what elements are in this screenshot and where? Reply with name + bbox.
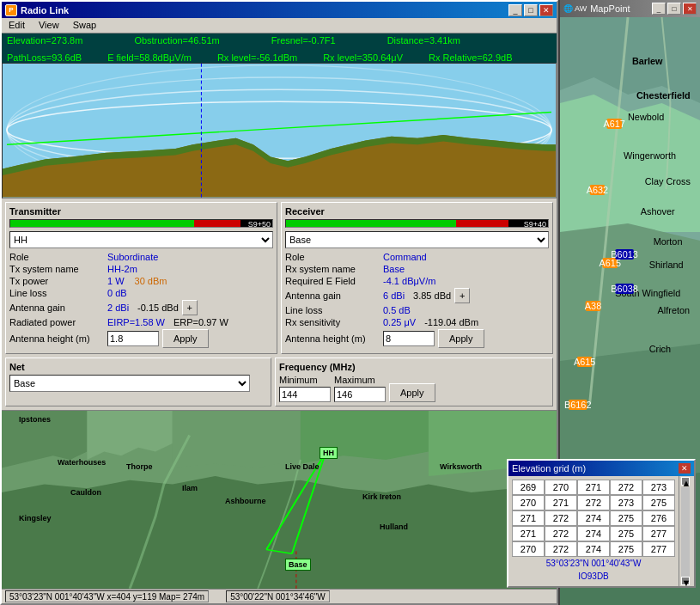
info-obstruction: Obstruction=46.51m [134, 35, 219, 46]
svg-text:B6038: B6038 [611, 284, 637, 294]
rx-reqefield-row: Required E Field -4.1 dBμV/m [285, 276, 549, 286]
elev-cell-0-2: 271 [577, 480, 610, 495]
net-title: Net [9, 362, 267, 372]
rx-reqefield-value: -4.1 dBμV/m [383, 276, 435, 286]
tx-radiated-row: Radiated power EIRP=1.58 W ERP=0.97 W [9, 317, 273, 327]
scrollbar-down-button[interactable]: ▼ [681, 577, 690, 585]
freq-max-field: Maximum [334, 375, 386, 402]
rx-role-value: Command [383, 252, 427, 262]
elev-cell-1-4: 275 [642, 495, 675, 510]
elevation-footer-coord[interactable]: 53°03'23"N 001°40'43"W [512, 557, 675, 570]
right-title-label: MapPoint [590, 3, 630, 14]
freq-max-label: Maximum [334, 375, 386, 385]
svg-text:A617: A617 [604, 119, 625, 129]
elev-cell-4-3: 275 [610, 541, 642, 557]
tx-antgain-plus-button[interactable]: + [182, 300, 198, 315]
elevation-footer-grid: IO93DB [512, 570, 675, 583]
main-map[interactable]: HH Base Ipstones Waterhouses Cauldon Kin… [2, 410, 557, 589]
map-label-cauldon: Cauldon [70, 488, 101, 497]
map-label-kingsley: Kingsley [19, 514, 52, 522]
elev-cell-2-3: 275 [610, 510, 642, 526]
svg-text:B6013: B6013 [611, 249, 637, 260]
tx-antheight-label: Antenna height (m) [9, 333, 104, 344]
right-maximize-button[interactable]: □ [667, 3, 681, 15]
elev-cell-3-0: 271 [512, 526, 545, 541]
title-bar: P Radio Link _ □ ✕ [2, 2, 557, 18]
elev-row-3: 271 272 274 275 277 [512, 526, 675, 541]
info-rxlevel1: Rx level=-56.1dBm [217, 52, 297, 63]
right-minimize-button[interactable]: _ [652, 3, 666, 15]
tx-apply-button[interactable]: Apply [162, 329, 209, 348]
rx-mode-select[interactable]: Base [285, 231, 549, 248]
svg-text:A632: A632 [587, 185, 608, 195]
tx-system-label: Tx system name [9, 264, 104, 274]
rx-role-row: Role Command [285, 252, 549, 262]
tx-power-value: 1 W [107, 276, 125, 286]
elevation-close-button[interactable]: ✕ [679, 463, 691, 474]
rx-antgain-value: 6 dBi [383, 290, 405, 301]
minimize-button[interactable]: _ [508, 4, 522, 16]
rx-antgain-plus-button[interactable]: + [454, 288, 470, 303]
map-label-wirksworth: Wirksworth [440, 462, 482, 471]
rx-antheight-row: Antenna height (m) Apply [285, 329, 549, 348]
tx-antgain-value: 2 dBi [107, 302, 129, 313]
scrollbar-up-button[interactable]: ▲ [681, 477, 690, 486]
svg-text:A38: A38 [585, 301, 601, 311]
tx-antgain-label: Antenna gain [9, 302, 104, 313]
maximize-button[interactable]: □ [524, 4, 538, 16]
elev-cell-2-0: 271 [512, 510, 545, 526]
status-bar: 53°03'23"N 001°40'43"W x=404 y=119 Map= … [2, 589, 557, 603]
elev-cell-4-2: 274 [577, 541, 610, 557]
elev-cell-0-1: 270 [545, 480, 577, 495]
elevation-scrollbar[interactable]: ▲ ▼ [679, 476, 691, 586]
freq-min-input[interactable] [279, 387, 331, 402]
elev-cell-1-1: 271 [545, 495, 577, 510]
elev-cell-1-0: 270 [512, 495, 545, 510]
menu-edit[interactable]: Edit [5, 19, 28, 31]
elev-cell-3-1: 272 [545, 526, 577, 541]
tx-eirp-value: EIRP=1.58 W [107, 317, 165, 327]
freq-max-input[interactable] [334, 387, 386, 402]
elev-row-2: 271 272 274 275 276 [512, 510, 675, 526]
tx-antgain-dbd: -0.15 dBd [137, 302, 179, 313]
elev-cell-4-0: 270 [512, 541, 545, 557]
tx-antheight-input[interactable] [107, 331, 159, 346]
tx-radiated-label: Radiated power [9, 317, 104, 327]
title-controls: _ □ ✕ [508, 4, 553, 16]
close-button[interactable]: ✕ [539, 4, 553, 16]
svg-text:Alfreton: Alfreton [658, 305, 690, 315]
map-label-ilam: Ilam [182, 484, 198, 492]
map-label-thorpe: Thorpe [126, 462, 153, 471]
elev-cell-2-4: 276 [642, 510, 675, 526]
net-freq-row: Net Base Frequency (MHz) Minimum Maximum [5, 358, 553, 406]
tx-antgain-row: Antenna gain 2 dBi -0.15 dBd + [9, 300, 273, 315]
rx-sens-dbm: -119.04 dBm [424, 317, 478, 327]
elevation-table: 269 270 271 272 273 270 271 272 273 275 … [508, 476, 679, 586]
rx-apply-button[interactable]: Apply [438, 329, 484, 348]
tx-signal-red [194, 220, 241, 227]
right-title-bar: 🌐 AW MapPoint _ □ ✕ [560, 0, 700, 17]
menu-swap[interactable]: Swap [70, 19, 100, 31]
map-label-kirk-ireton: Kirk Ireton [362, 492, 401, 501]
tx-mode-select[interactable]: HH [9, 231, 273, 248]
elev-cell-0-0: 269 [512, 480, 545, 495]
rx-system-label: Rx system name [285, 264, 380, 274]
rx-role-label: Role [285, 252, 380, 262]
tx-lineloss-value: 0 dB [107, 288, 127, 298]
rx-sens-value: 0.25 μV [383, 317, 416, 327]
lower-panels: Transmitter S9+50 HH Role Subordinate Tx… [2, 199, 557, 410]
rx-antheight-input[interactable] [383, 331, 435, 346]
path-profile-chart [2, 63, 557, 199]
tx-system-value: HH-2m [107, 264, 137, 274]
frequency-inputs: Minimum Maximum Apply [279, 375, 549, 402]
net-panel: Net Base [5, 358, 271, 406]
transmitter-title: Transmitter [9, 206, 273, 217]
rx-signal-green [286, 220, 456, 227]
freq-apply-button[interactable]: Apply [389, 383, 435, 402]
main-window: P Radio Link _ □ ✕ Edit View Swap Elevat… [0, 0, 558, 605]
net-select[interactable]: Base [9, 375, 250, 392]
map-label-ipstones: Ipstones [19, 415, 51, 424]
scrollbar-track [681, 487, 690, 577]
right-close-button[interactable]: ✕ [683, 3, 697, 15]
menu-view[interactable]: View [35, 19, 63, 31]
